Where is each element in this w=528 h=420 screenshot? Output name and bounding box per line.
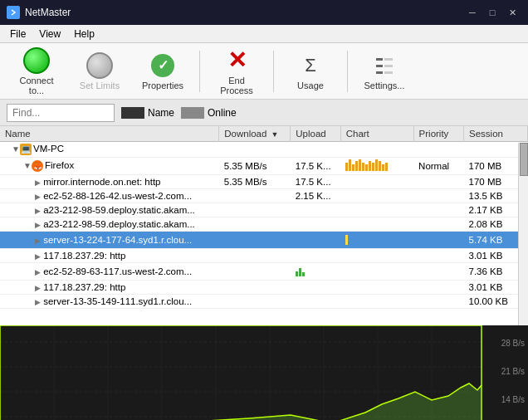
filter-bar: Name Online bbox=[0, 100, 528, 126]
cell-name: ▶ server-13-35-149-111.syd1.r.clou... bbox=[0, 295, 219, 309]
table-row[interactable]: ▶ 117.18.237.29: http3.01 KB bbox=[0, 249, 528, 263]
cell-chart bbox=[340, 203, 413, 217]
bar bbox=[299, 268, 301, 276]
search-input[interactable] bbox=[7, 104, 115, 122]
table-row[interactable]: ▶ ec2-52-88-126-42.us-west-2.com...2.15 … bbox=[0, 189, 528, 203]
cell-download: 5.35 MB/s bbox=[219, 158, 291, 175]
setlimits-icon bbox=[86, 52, 113, 79]
online-badge-box bbox=[181, 107, 204, 119]
process-name: ec2-52-89-63-117.us-west-2.com... bbox=[43, 266, 192, 276]
table-row[interactable]: ▶ 117.18.237.29: http3.01 KB bbox=[0, 281, 528, 295]
mini-chart bbox=[296, 265, 305, 276]
app-icon bbox=[7, 6, 20, 19]
cell-chart bbox=[340, 175, 413, 189]
table-row[interactable]: ▶ server-13-224-177-64.syd1.r.clou...5.7… bbox=[0, 232, 528, 249]
endprocess-button[interactable]: ✕ End Process bbox=[207, 46, 266, 96]
bar bbox=[359, 159, 361, 171]
col-header-name[interactable]: Name bbox=[0, 126, 219, 142]
cell-name: ▶ ec2-52-88-126-42.us-west-2.com... bbox=[0, 189, 219, 203]
table-row[interactable]: ▶ a23-212-98-59.deploy.static.akam...2.0… bbox=[0, 217, 528, 232]
process-name: Firefox bbox=[45, 160, 74, 170]
table-row[interactable]: 💻VM-PC bbox=[0, 142, 528, 158]
browser-icon: 🦊 bbox=[32, 160, 43, 172]
chart-y-axis: 28 B/s 21 B/s 14 B/s 7 B/s bbox=[501, 325, 525, 420]
table-row[interactable]: ▶ mirror.internode.on.net: http5.35 MB/s… bbox=[0, 175, 528, 189]
cell-name: ▶ server-13-224-177-64.syd1.r.clou... bbox=[0, 232, 219, 249]
usage-button[interactable]: Σ Usage bbox=[281, 46, 340, 96]
process-name: server-13-35-149-111.syd1.r.clou... bbox=[43, 296, 192, 306]
close-button[interactable]: ✕ bbox=[503, 4, 521, 21]
menu-help[interactable]: Help bbox=[67, 27, 101, 42]
cell-priority bbox=[413, 203, 463, 217]
cell-name: ▶ 117.18.237.29: http bbox=[0, 249, 219, 263]
col-header-priority[interactable]: Priority bbox=[413, 126, 463, 142]
cell-upload bbox=[291, 249, 340, 263]
cell-upload: 2.15 K... bbox=[291, 189, 340, 203]
scrollbar-thumb[interactable] bbox=[520, 143, 528, 176]
bar bbox=[302, 272, 305, 276]
cell-priority bbox=[413, 142, 463, 158]
col-header-session[interactable]: Session bbox=[464, 126, 528, 142]
child-arrow: ▶ bbox=[35, 252, 41, 261]
mini-chart bbox=[345, 159, 388, 171]
properties-icon: ✓ bbox=[149, 52, 176, 79]
name-filter-label: Name bbox=[148, 107, 174, 119]
process-name: mirror.internode.on.net: http bbox=[43, 177, 160, 187]
svg-rect-3 bbox=[376, 71, 383, 74]
child-arrow: ▶ bbox=[35, 298, 41, 306]
cell-download bbox=[219, 281, 291, 295]
window-title: NetMaster bbox=[25, 7, 463, 18]
bar bbox=[365, 164, 368, 171]
scrollbar-track[interactable] bbox=[518, 143, 528, 325]
expand-arrow[interactable] bbox=[23, 161, 32, 170]
maximize-button[interactable]: □ bbox=[483, 4, 501, 21]
process-name: a23-212-98-59.deploy.static.akam... bbox=[43, 219, 195, 229]
setlimits-button[interactable]: Set Limits bbox=[70, 46, 130, 96]
chart-area: server-13-224-177-64.syd1.cloudfront.net… bbox=[0, 325, 528, 420]
minimize-button[interactable]: ─ bbox=[463, 4, 482, 21]
table-row[interactable]: 🦊Firefox5.35 MB/s17.5 K...Normal170 MB bbox=[0, 158, 528, 175]
cell-name: ▶ a23-212-98-59.deploy.static.akam... bbox=[0, 217, 219, 232]
bar bbox=[385, 163, 388, 171]
menu-view[interactable]: View bbox=[32, 27, 67, 42]
process-name: 117.18.237.29: http bbox=[43, 251, 125, 261]
bar bbox=[345, 235, 348, 245]
cell-name: ▶ ec2-52-89-63-117.us-west-2.com... bbox=[0, 263, 219, 281]
table-row[interactable]: ▶ ec2-52-89-63-117.us-west-2.com...7.36 … bbox=[0, 263, 528, 281]
properties-button[interactable]: ✓ Properties bbox=[133, 46, 193, 96]
cell-chart bbox=[340, 263, 413, 281]
cell-priority bbox=[413, 217, 463, 232]
col-header-chart[interactable]: Chart bbox=[340, 126, 413, 142]
online-filter[interactable]: Online bbox=[181, 107, 237, 119]
svg-rect-6 bbox=[384, 71, 393, 74]
cell-chart bbox=[340, 249, 413, 263]
child-arrow: ▶ bbox=[35, 284, 41, 292]
cell-download bbox=[219, 203, 291, 217]
cell-upload: 17.5 K... bbox=[291, 175, 340, 189]
connect-button[interactable]: Connect to... bbox=[7, 46, 66, 96]
table-row[interactable]: ▶ server-13-35-149-111.syd1.r.clou...10.… bbox=[0, 295, 528, 309]
menu-file[interactable]: File bbox=[3, 27, 32, 42]
cell-chart bbox=[340, 295, 413, 309]
toolbar-separator-1 bbox=[199, 51, 200, 92]
expand-arrow[interactable] bbox=[12, 144, 20, 154]
name-filter[interactable]: Name bbox=[121, 107, 174, 119]
col-header-download[interactable]: Download ▼ bbox=[219, 126, 291, 142]
menu-bar: File View Help bbox=[0, 25, 528, 43]
cell-chart bbox=[340, 232, 413, 249]
chart-y-label-3: 21 B/s bbox=[501, 367, 525, 376]
endprocess-icon: ✕ bbox=[223, 47, 250, 74]
cell-download: 5.35 MB/s bbox=[219, 175, 291, 189]
cell-chart bbox=[340, 217, 413, 232]
cell-priority bbox=[413, 249, 463, 263]
settings-button[interactable]: Settings... bbox=[354, 46, 414, 96]
col-header-upload[interactable]: Upload bbox=[291, 126, 340, 142]
name-badge-box bbox=[121, 107, 144, 119]
bar bbox=[349, 159, 351, 171]
table-body: 💻VM-PC🦊Firefox5.35 MB/s17.5 K...Normal17… bbox=[0, 142, 528, 309]
cell-priority bbox=[413, 189, 463, 203]
bar bbox=[352, 164, 354, 171]
cell-upload bbox=[291, 203, 340, 217]
table-row[interactable]: ▶ a23-212-98-59.deploy.static.akam...2.1… bbox=[0, 203, 528, 217]
process-name: server-13-224-177-64.syd1.r.clou... bbox=[43, 235, 192, 245]
